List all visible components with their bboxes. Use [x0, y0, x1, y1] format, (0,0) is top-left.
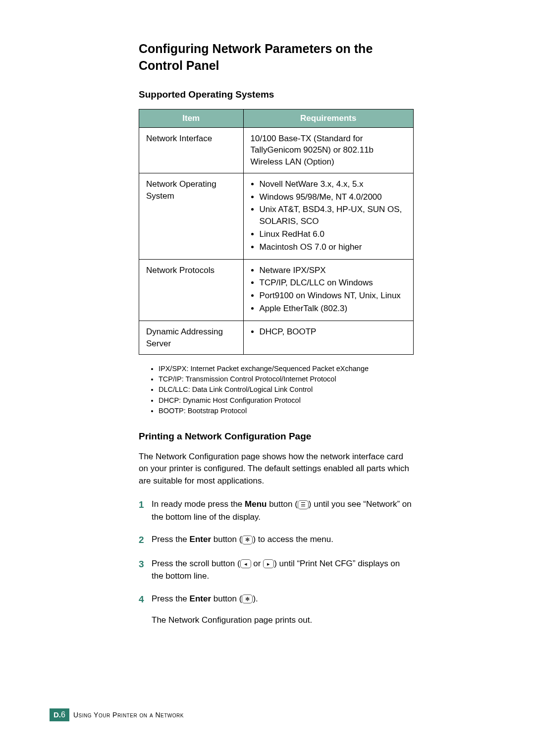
- table-cell-item: Network Interface: [139, 127, 244, 173]
- step-number: 3: [139, 557, 152, 583]
- step-text: In ready mode press the: [152, 499, 245, 509]
- step-text: Press the scroll button (: [152, 559, 240, 568]
- table-header-item: Item: [139, 109, 244, 127]
- footer-page: 6: [61, 710, 65, 719]
- scroll-right-icon: ▸: [263, 559, 274, 568]
- step-text: ).: [253, 594, 258, 603]
- footer-badge: D.6: [50, 708, 69, 721]
- steps-list: 1 In ready mode press the Menu button (☰…: [139, 498, 414, 627]
- list-item: Unix AT&T, BSD4.3, HP-UX, SUN OS, SOLARI…: [260, 204, 406, 227]
- definitions-list: IPX/SPX: Internet Packet exchange/Sequen…: [139, 364, 414, 416]
- list-item: DHCP: Dynamic Host Configuration Protoco…: [159, 395, 414, 406]
- step-text: button (: [267, 499, 297, 509]
- page-footer: D.6 Using Your Printer on a Network: [50, 708, 184, 721]
- scroll-left-icon: ◂: [240, 559, 251, 568]
- table-row: Dynamic Addressing Server DHCP, BOOTP: [139, 321, 414, 355]
- list-item: Apple EtherTalk (802.3): [260, 303, 406, 315]
- step-text: Press the: [152, 594, 190, 603]
- step-text: Press the: [152, 535, 190, 544]
- footer-section: D.: [54, 710, 61, 719]
- step-number: 2: [139, 533, 152, 547]
- step-text: or: [251, 559, 264, 568]
- table-cell-item: Dynamic Addressing Server: [139, 321, 244, 355]
- step-2: 2 Press the Enter button (✻) to access t…: [139, 533, 414, 547]
- table-cell-item: Network Operating System: [139, 173, 244, 259]
- table-cell-req: DHCP, BOOTP: [243, 321, 413, 355]
- requirements-table: Item Requirements Network Interface 10/1…: [139, 109, 414, 355]
- list-item: DHCP, BOOTP: [260, 326, 406, 338]
- table-row: Network Operating System Novell NetWare …: [139, 173, 414, 259]
- footer-text: Using Your Printer on a Network: [73, 711, 184, 719]
- table-cell-req: Novell NetWare 3.x, 4.x, 5.x Windows 95/…: [243, 173, 413, 259]
- table-cell-req: 10/100 Base-TX (Standard for TallyGenico…: [243, 127, 413, 173]
- list-item: DLC/LLC: Data Link Control/Logical Link …: [159, 384, 414, 395]
- table-cell-item: Network Protocols: [139, 259, 244, 321]
- section-heading-printing: Printing a Network Configuration Page: [139, 431, 414, 442]
- list-item: IPX/SPX: Internet Packet exchange/Sequen…: [159, 364, 414, 374]
- list-item: Macintosh OS 7.0 or higher: [260, 241, 406, 253]
- list-item: Novell NetWare 3.x, 4.x, 5.x: [260, 178, 406, 190]
- list-item: Port9100 on Windows NT, Unix, Linux: [260, 290, 406, 302]
- step-4: 4 Press the Enter button (✻). The Networ…: [139, 593, 414, 627]
- list-item: Netware IPX/SPX: [260, 265, 406, 276]
- menu-icon: ☰: [298, 500, 309, 509]
- page-title: Configuring Network Parameters on the Co…: [139, 41, 414, 74]
- table-row: Network Protocols Netware IPX/SPX TCP/IP…: [139, 259, 414, 321]
- table-cell-req: Netware IPX/SPX TCP/IP, DLC/LLC on Windo…: [243, 259, 413, 321]
- list-item: Linux RedHat 6.0: [260, 228, 406, 240]
- intro-paragraph: The Network Configuration page shows how…: [139, 451, 414, 487]
- step-result: The Network Configuration page prints ou…: [152, 614, 414, 627]
- table-row: Network Interface 10/100 Base-TX (Standa…: [139, 127, 414, 173]
- list-item: TCP/IP, DLC/LLC on Windows: [260, 277, 406, 289]
- enter-label: Enter: [190, 535, 211, 544]
- enter-icon: ✻: [242, 594, 253, 603]
- table-header-requirements: Requirements: [243, 109, 413, 127]
- list-item: Windows 95/98/Me, NT 4.0/2000: [260, 191, 406, 203]
- step-text: button (: [211, 535, 242, 544]
- step-1: 1 In ready mode press the Menu button (☰…: [139, 498, 414, 523]
- list-item: BOOTP: Bootstrap Protocol: [159, 406, 414, 416]
- step-number: 1: [139, 498, 152, 523]
- menu-label: Menu: [245, 499, 267, 509]
- step-text: button (: [211, 594, 242, 603]
- section-heading-supported-os: Supported Operating Systems: [139, 89, 414, 100]
- step-text: ) to access the menu.: [253, 535, 333, 544]
- step-number: 4: [139, 593, 152, 627]
- list-item: TCP/IP: Transmission Control Protocol/In…: [159, 374, 414, 384]
- enter-icon: ✻: [242, 536, 253, 544]
- step-3: 3 Press the scroll button (◂ or ▸) until…: [139, 557, 414, 583]
- enter-label: Enter: [190, 594, 211, 603]
